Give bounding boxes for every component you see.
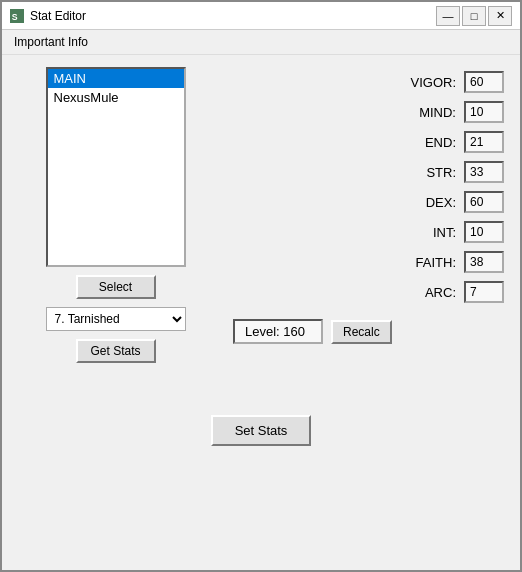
svg-text:S: S	[12, 11, 18, 21]
vigor-label: VIGOR:	[401, 75, 456, 90]
class-dropdown-row: 1. Vagabond 2. Warrior 3. Hero 4. Bandit…	[46, 307, 186, 331]
recalc-button[interactable]: Recalc	[331, 320, 392, 344]
str-label: STR:	[401, 165, 456, 180]
int-label: INT:	[401, 225, 456, 240]
get-stats-row: Get Stats	[46, 339, 186, 363]
app-window: S Stat Editor — □ ✕ Important Info MAIN …	[0, 0, 522, 572]
window-controls: — □ ✕	[436, 6, 512, 26]
str-row: STR:	[233, 161, 504, 183]
faith-row: FAITH:	[233, 251, 504, 273]
vigor-row: VIGOR:	[233, 71, 504, 93]
menu-important-info[interactable]: Important Info	[10, 33, 92, 51]
str-input[interactable]	[464, 161, 504, 183]
window-title: Stat Editor	[30, 9, 86, 23]
app-icon: S	[10, 9, 24, 23]
end-label: END:	[401, 135, 456, 150]
bottom-section: Set Stats	[2, 415, 520, 446]
character-listbox[interactable]: MAIN NexusMule	[46, 67, 186, 267]
level-display: Level: 160	[233, 319, 323, 344]
end-row: END:	[233, 131, 504, 153]
int-row: INT:	[233, 221, 504, 243]
get-stats-button[interactable]: Get Stats	[76, 339, 156, 363]
vigor-input[interactable]	[464, 71, 504, 93]
dex-input[interactable]	[464, 191, 504, 213]
class-dropdown[interactable]: 1. Vagabond 2. Warrior 3. Hero 4. Bandit…	[46, 307, 186, 331]
maximize-button[interactable]: □	[462, 6, 486, 26]
select-button[interactable]: Select	[76, 275, 156, 299]
mind-row: MIND:	[233, 101, 504, 123]
title-bar-left: S Stat Editor	[10, 9, 86, 23]
arc-label: ARC:	[401, 285, 456, 300]
close-button[interactable]: ✕	[488, 6, 512, 26]
set-stats-button[interactable]: Set Stats	[211, 415, 311, 446]
dex-label: DEX:	[401, 195, 456, 210]
right-panel: VIGOR: MIND: END: STR: DEX: INT:	[233, 67, 504, 363]
end-input[interactable]	[464, 131, 504, 153]
main-content: MAIN NexusMule Select 1. Vagabond 2. War…	[2, 55, 520, 375]
arc-input[interactable]	[464, 281, 504, 303]
minimize-button[interactable]: —	[436, 6, 460, 26]
mind-input[interactable]	[464, 101, 504, 123]
faith-label: FAITH:	[401, 255, 456, 270]
mind-label: MIND:	[401, 105, 456, 120]
level-row: Level: 160 Recalc	[233, 319, 504, 344]
dex-row: DEX:	[233, 191, 504, 213]
int-input[interactable]	[464, 221, 504, 243]
menu-bar: Important Info	[2, 30, 520, 55]
listbox-item-nexusmule[interactable]: NexusMule	[48, 88, 184, 107]
arc-row: ARC:	[233, 281, 504, 303]
faith-input[interactable]	[464, 251, 504, 273]
title-bar: S Stat Editor — □ ✕	[2, 2, 520, 30]
listbox-item-main[interactable]: MAIN	[48, 69, 184, 88]
left-panel: MAIN NexusMule Select 1. Vagabond 2. War…	[18, 67, 213, 363]
